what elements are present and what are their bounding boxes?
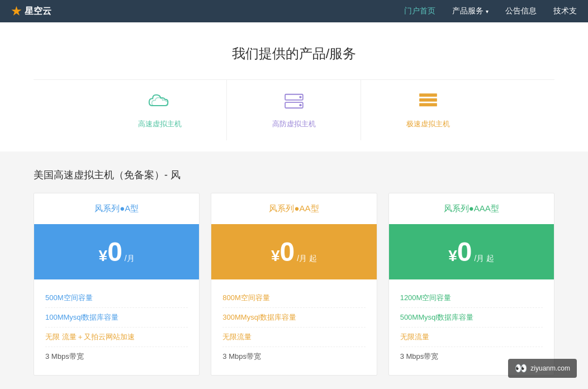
feature-aa-4-text: 3 Mbps带宽 (222, 352, 261, 360)
product-categories: 高速虚拟主机 高防虚拟主机 极速虚 (34, 79, 554, 140)
watermark-text: ziyuanm.com (530, 364, 570, 372)
feature-a-2-text: 100MMysql数据库容量 (45, 313, 118, 321)
nav-home[interactable]: 门户首页 (404, 6, 435, 16)
feature-aa-4: 3 Mbps带宽 (222, 347, 365, 366)
card-aa-price: ¥0/月 起 (211, 224, 376, 279)
card-aa-title: 风系列●AA型 (269, 203, 319, 213)
category-high-defense[interactable]: 高防虚拟主机 (227, 80, 361, 140)
feature-aa-1-text: 800M空间容量 (222, 293, 270, 302)
feature-aaa-1-text: 1200M空间容量 (400, 293, 452, 302)
feature-a-4-text: 3 Mbps带宽 (45, 352, 84, 360)
hero-title: 我们提供的产品/服务 (0, 45, 588, 63)
card-aa-header: 风系列●AA型 (211, 193, 376, 224)
main-nav: 门户首页 产品服务 ▾ 公告信息 技术支 (404, 6, 577, 16)
category-high-speed-label: 高速虚拟主机 (138, 119, 182, 129)
card-aa-features: 800M空间容量 300MMysql数据库容量 无限流量 3 Mbps带宽 (211, 279, 376, 375)
layers-icon (415, 91, 442, 115)
svg-point-1 (299, 96, 301, 98)
svg-point-3 (299, 104, 301, 106)
header: ★ 星空云 门户首页 产品服务 ▾ 公告信息 技术支 (0, 0, 588, 22)
card-a-features: 500M空间容量 100MMysql数据库容量 无限 流量＋又拍云网站加速 3 … (34, 279, 199, 375)
feature-a-2: 100MMysql数据库容量 (45, 308, 188, 328)
nav-announcements-label: 公告信息 (505, 6, 537, 16)
watermark-icon: 👀 (515, 362, 527, 374)
server-icon (281, 91, 307, 115)
card-aa-unit: /月 起 (297, 254, 317, 263)
card-aaa-currency: ¥ (448, 247, 457, 264)
nav-home-label: 门户首页 (404, 6, 435, 16)
category-high-defense-label: 高防虚拟主机 (272, 119, 316, 129)
card-aaa-price: ¥0/月 起 (389, 224, 554, 279)
card-aaa-unit: /月 起 (475, 254, 495, 263)
card-aaa-amount: 0 (457, 237, 472, 267)
card-a-title: 风系列●A型 (94, 203, 139, 213)
star-icon: ★ (11, 4, 21, 18)
card-aa-amount: 0 (280, 237, 295, 267)
card-a-unit: /月 (125, 254, 135, 263)
category-speed[interactable]: 极速虚拟主机 (361, 80, 495, 140)
product-card-aa: 风系列●AA型 ¥0/月 起 800M空间容量 300MMysql数据库容量 无… (211, 193, 377, 376)
nav-support[interactable]: 技术支 (553, 6, 577, 16)
nav-support-label: 技术支 (553, 6, 577, 16)
feature-a-3-text: 无限 流量＋又拍云网站加速 (45, 333, 135, 341)
cloud-icon (146, 91, 173, 115)
svg-rect-6 (419, 103, 437, 107)
card-a-price: ¥0/月 (34, 224, 199, 279)
main-section: 美国高速虚拟主机（免备案）- 风 风系列●A型 ¥0/月 500M空间容量 10… (0, 151, 588, 389)
card-aa-currency: ¥ (271, 247, 280, 264)
section-title: 美国高速虚拟主机（免备案）- 风 (34, 168, 554, 182)
svg-rect-4 (419, 93, 437, 97)
feature-aaa-3: 无限流量 (400, 328, 543, 347)
category-speed-label: 极速虚拟主机 (406, 119, 450, 129)
feature-a-1: 500M空间容量 (45, 288, 188, 308)
feature-aa-3-text: 无限流量 (222, 333, 252, 341)
feature-aaa-2-text: 500MMysql数据库容量 (400, 313, 473, 321)
card-a-amount: 0 (107, 237, 122, 267)
hero-section: 我们提供的产品/服务 高速虚拟主机 高防虚拟主机 (0, 22, 588, 151)
product-cards: 风系列●A型 ¥0/月 500M空间容量 100MMysql数据库容量 无限 流… (34, 193, 554, 376)
feature-aaa-1: 1200M空间容量 (400, 288, 543, 308)
product-card-aaa: 风系列●AAA型 ¥0/月 起 1200M空间容量 500MMysql数据库容量… (388, 193, 554, 376)
logo[interactable]: ★ 星空云 (11, 4, 51, 18)
card-aaa-title: 风系列●AAA型 (444, 203, 499, 213)
feature-aa-1: 800M空间容量 (222, 288, 365, 308)
watermark: 👀 ziyuanm.com (508, 359, 577, 378)
svg-rect-5 (419, 98, 437, 102)
feature-aaa-3-text: 无限流量 (400, 333, 429, 341)
nav-announcements[interactable]: 公告信息 (505, 6, 537, 16)
chevron-down-icon: ▾ (486, 8, 489, 15)
card-a-currency: ¥ (99, 247, 108, 264)
feature-aaa-2: 500MMysql数据库容量 (400, 308, 543, 328)
logo-text: 星空云 (25, 6, 51, 17)
product-card-a: 风系列●A型 ¥0/月 500M空间容量 100MMysql数据库容量 无限 流… (34, 193, 200, 376)
feature-a-3: 无限 流量＋又拍云网站加速 (45, 328, 188, 347)
category-high-speed[interactable]: 高速虚拟主机 (93, 80, 227, 140)
feature-aa-2-text: 300MMysql数据库容量 (222, 313, 296, 321)
feature-aa-3: 无限流量 (222, 328, 365, 347)
feature-aaa-4-text: 3 Mbps带宽 (400, 352, 439, 360)
nav-products-label: 产品服务 (452, 6, 483, 16)
feature-a-1-text: 500M空间容量 (45, 293, 93, 302)
feature-aa-2: 300MMysql数据库容量 (222, 308, 365, 328)
feature-a-4: 3 Mbps带宽 (45, 347, 188, 366)
nav-products[interactable]: 产品服务 ▾ (452, 6, 489, 16)
card-a-header: 风系列●A型 (34, 193, 199, 224)
card-aaa-header: 风系列●AAA型 (389, 193, 554, 224)
